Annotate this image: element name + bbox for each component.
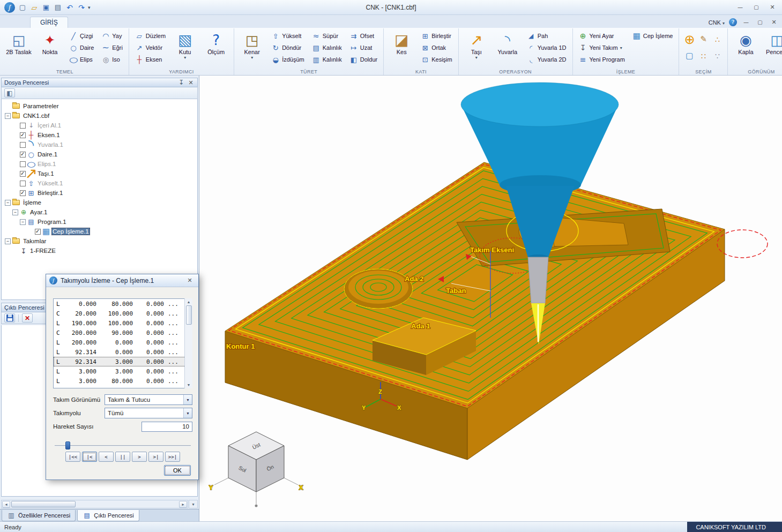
toolpath-row[interactable]: L3.00080.0000.000... [54,376,192,386]
playback-button-3[interactable]: || [115,452,130,462]
ribbon-button-yukselt[interactable]: ⇧Yükselt [269,31,307,41]
ribbon-button-yeni-ayar[interactable]: ⊕Yeni Ayar [576,31,628,41]
toolpath-row[interactable]: C20.000100.0000.000... [54,309,192,318]
playback-button-5[interactable]: >| [148,452,163,462]
ribbon-button-cizgi[interactable]: ╱Çizgi [66,31,96,41]
ribbon-restore-button[interactable]: ▢ [755,18,765,26]
qat-customize-icon[interactable]: ▾ [88,5,91,10]
ribbon-button-elips[interactable]: ○Elips [66,54,96,65]
ribbon-button-ortak[interactable]: ⊠Ortak [418,42,455,53]
tree-item-parametreler[interactable]: Parametreler [2,101,197,111]
tree-item-takimlar[interactable]: −Takımlar [2,236,197,246]
scroll-down-icon[interactable]: ▾ [189,500,198,508]
ribbon-button-dondur[interactable]: ↻Döndür [269,42,307,53]
horizontal-scrollbar[interactable]: ◂ ▸ [1,500,188,508]
tab-giris[interactable]: GİRİŞ [30,17,68,28]
ribbon-button-kalinlik[interactable]: ▤Kalınlık [309,42,345,53]
new-button[interactable]: ▢ [17,2,28,13]
checkbox[interactable] [20,152,26,158]
maximize-button[interactable]: ▢ [749,2,764,13]
tree-item-1-freze[interactable]: ↧1-FREZE [2,246,197,256]
help-icon[interactable]: ? [729,18,737,26]
dialog-titlebar[interactable]: ʃ Takımyolu İzleme - Cep İşleme.1 ✕ [46,274,198,287]
ribbon-button-dots2[interactable]: ∵ [711,50,724,63]
ribbon-button-marquee[interactable]: ▢ [683,50,696,63]
viewport-3d[interactable]: Takım Ekseni Ada 2 Taban Ada 1 Kontur 1 … [199,76,782,521]
ok-button[interactable]: OK [164,465,191,476]
tab-ozellikler-penceresi[interactable]: ▥ Özellikler Penceresi [2,510,76,521]
ribbon-button-yay[interactable]: ◠Yay [99,31,125,41]
ribbon-close-button[interactable]: ✕ [769,18,779,26]
tree-item-yukselt-1[interactable]: ⇧Yükselt.1 [2,178,197,188]
list-scrollbar[interactable]: ▲ ▼ [184,298,192,388]
select-takimyolu[interactable]: Tümü▾ [105,408,192,418]
ribbon-button-kalinlik[interactable]: ▥Kalınlık [309,54,345,65]
window-menu[interactable]: CNK ▾ [709,19,725,26]
ribbon-button-yuvarla-1d[interactable]: ◜Yuvarla 1D [524,42,569,53]
checkbox[interactable] [20,190,26,196]
dialog-close-icon[interactable]: ✕ [184,276,195,285]
tree-item-daire-1[interactable]: ○Daire.1 [2,149,197,159]
panel-view-button[interactable]: ◧ [4,88,15,98]
ribbon-button-grid-dots[interactable]: ∷ [697,50,710,63]
ribbon-button-yuvarla-2d[interactable]: ◟Yuvarla 2D [524,54,569,65]
tree-item-birlestir-1[interactable]: ⊞Birleştir.1 [2,188,197,198]
playback-button-6[interactable]: >>| [165,452,180,462]
undo-button[interactable]: ↶ [64,2,75,13]
tree-expander[interactable]: − [5,200,11,206]
tree-item-ayar-1[interactable]: −⊕Ayar.1 [2,207,197,217]
toolpath-list[interactable]: L0.00080.0000.000...C20.000100.0000.000.… [53,298,192,388]
scroll-up-icon[interactable]: ▲ [185,298,192,305]
scroll-down-icon[interactable]: ▼ [185,381,192,388]
open-button[interactable]: ▱ [29,2,40,13]
save-button[interactable]: ▣ [41,2,51,13]
save-output-button[interactable] [4,313,15,323]
toolpath-row[interactable]: L92.3140.0000.000... [54,347,192,357]
ribbon-button-kutu[interactable]: ▧Kutu▾ [170,29,199,64]
clear-output-button[interactable]: ✕ [22,313,33,323]
checkbox[interactable] [20,181,26,186]
playback-button-1[interactable]: |< [82,452,97,462]
ribbon-button-vektor[interactable]: ↗Vektör [132,42,168,53]
ribbon-minimize-button[interactable]: — [741,18,751,26]
ribbon-button-kenar[interactable]: ◳Kenar▾ [237,29,266,64]
ribbon-button-doldur[interactable]: ◧Doldur [347,54,380,65]
ribbon-button-iso[interactable]: ◎Iso [99,54,125,65]
select-takim-gorunumu[interactable]: Takım & Tutucu▾ [105,394,192,405]
toolpath-row[interactable]: C200.00090.0000.000... [54,328,192,338]
playback-button-0[interactable]: |<< [65,452,80,462]
tree-item-cnk1-cbf[interactable]: −CNK1.cbf [2,111,197,121]
ribbon-button-uzat[interactable]: ↦Uzat [347,42,380,53]
ribbon-button-nokta[interactable]: ✦Nokta [35,29,64,64]
ribbon-button-tasi[interactable]: ↗Taşı▾ [462,29,491,64]
ribbon-button-ofset[interactable]: ⇉Ofset [347,31,380,41]
ribbon-button-egri[interactable]: ~Eğri [99,42,125,53]
minimize-button[interactable]: — [733,2,748,13]
ribbon-button-birlestir[interactable]: ⊞Birleştir [418,31,455,41]
tab-cikti-penceresi[interactable]: ▤ Çıktı Penceresi [77,510,139,521]
ribbon-button-yeni-takim[interactable]: ↧Yeni Takım▾ [576,42,628,53]
checkbox[interactable] [20,171,26,177]
view-cube[interactable]: Üst Sol Ön Y X [209,432,303,507]
ribbon-button-pah[interactable]: ◢Pah [524,31,569,41]
ribbon-button-yuvarla[interactable]: ◝Yuvarla [493,29,522,64]
toolpath-row[interactable]: L190.000100.0000.000... [54,318,192,328]
ribbon-button-duzlem[interactable]: ▱Düzlem [132,31,168,41]
ribbon-button-kes[interactable]: ◪Kes [387,29,416,64]
tree-item-cep-i-sleme-1[interactable]: ▦Cep İşleme.1 [2,227,197,236]
checkbox[interactable] [20,161,26,167]
scrollbar-thumb[interactable] [186,305,192,325]
tree-item-i-sleme[interactable]: −İşleme [2,198,197,207]
scrollbar-thumb[interactable] [11,501,76,507]
ribbon-button-dots[interactable]: ∴ [711,33,724,46]
ribbon-button-pencere[interactable]: ◫Pencere [762,29,782,64]
checkbox[interactable] [20,123,26,129]
ribbon-button-2b-taslak[interactable]: ◱2B Taslak [4,29,33,64]
ribbon-button-daire[interactable]: ○Daire [66,42,96,53]
slider-thumb[interactable] [65,441,70,449]
close-button[interactable]: ✕ [765,2,780,13]
scroll-left-icon[interactable]: ◂ [2,501,10,508]
ribbon-button-kapla[interactable]: ◉Kapla [731,29,760,64]
pin-icon[interactable]: ↧ [177,79,185,86]
toolpath-row[interactable]: L92.3143.0000.000... [54,357,192,366]
